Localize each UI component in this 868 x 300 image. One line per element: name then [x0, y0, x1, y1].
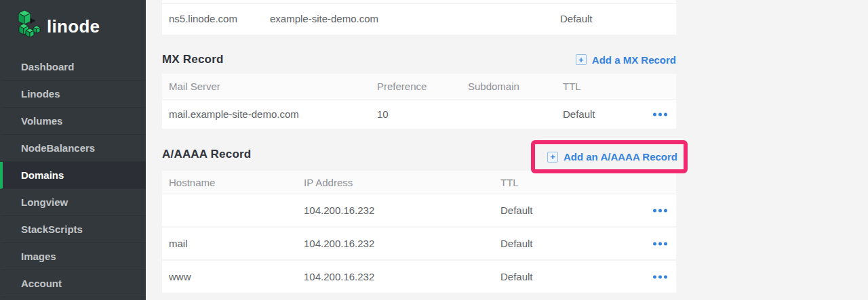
linode-cubes-icon: [18, 9, 41, 43]
logo-wordmark: linode: [47, 18, 100, 35]
sidebar: linode Dashboard Linodes Volumes NodeBal…: [0, 0, 146, 300]
ns-name-server: ns5.linode.com: [169, 3, 237, 35]
mx-table-row: mail.example-site-demo.com 10 Default: [162, 100, 676, 129]
row-actions-menu-icon[interactable]: [653, 272, 667, 281]
aaaa-table-row: www 104.200.16.232 Default: [162, 261, 676, 293]
aaaa-ttl: Default: [500, 228, 533, 259]
mx-record-table: Mail Server Preference Subdomain TTL mai…: [162, 74, 676, 129]
aaaa-hostname: www: [169, 261, 191, 293]
ns-ttl: Default: [560, 3, 593, 35]
mx-section-header: MX Record Add a MX Record: [162, 51, 676, 68]
mx-table-header: Mail Server Preference Subdomain TTL: [162, 74, 676, 100]
sidebar-item-linodes[interactable]: Linodes: [0, 81, 146, 108]
col-subdomain: Subdomain: [468, 74, 519, 100]
col-ttl: TTL: [563, 74, 581, 100]
mx-ttl: Default: [563, 100, 595, 129]
linode-logo[interactable]: linode: [18, 9, 100, 43]
sidebar-item-dashboard[interactable]: Dashboard: [0, 53, 146, 81]
sidebar-item-images[interactable]: Images: [0, 243, 146, 270]
row-divider: [162, 3, 676, 4]
annotation-highlight-box: Add an A/AAAA Record: [531, 140, 688, 173]
aaaa-ip: 104.200.16.232: [304, 261, 374, 293]
sidebar-item-domains[interactable]: Domains: [0, 162, 146, 189]
sidebar-item-nodebalancers[interactable]: NodeBalancers: [0, 135, 146, 162]
plus-icon: [576, 54, 587, 65]
add-aaaa-record-button[interactable]: Add an A/AAAA Record: [547, 151, 677, 163]
aaaa-record-table: Hostname IP Address TTL 104.200.16.232 D…: [162, 171, 676, 293]
col-hostname: Hostname: [169, 171, 215, 194]
col-preference: Preference: [377, 74, 427, 100]
row-actions-menu-icon[interactable]: [653, 239, 667, 248]
aaaa-table-row: 104.200.16.232 Default: [162, 194, 676, 226]
aaaa-table-header: Hostname IP Address TTL: [162, 171, 676, 194]
aaaa-table-row: mail 104.200.16.232 Default: [162, 228, 676, 259]
sidebar-item-account[interactable]: Account: [0, 270, 146, 297]
add-mx-record-button[interactable]: Add a MX Record: [576, 54, 676, 66]
col-ip-address: IP Address: [304, 171, 353, 194]
mx-section-title: MX Record: [162, 53, 224, 66]
domains-page: linode Dashboard Linodes Volumes NodeBal…: [0, 0, 868, 300]
col-ttl: TTL: [500, 171, 519, 194]
ns-record-partial-row: ns5.linode.com example-site-demo.com Def…: [162, 0, 676, 35]
aaaa-ip: 104.200.16.232: [304, 194, 374, 226]
mx-mail-server: mail.example-site-demo.com: [169, 100, 299, 129]
add-aaaa-record-label: Add an A/AAAA Record: [564, 151, 677, 163]
aaaa-section-title: A/AAAA Record: [162, 148, 251, 161]
aaaa-ttl: Default: [500, 261, 533, 293]
aaaa-hostname: mail: [169, 228, 188, 259]
col-mail-server: Mail Server: [169, 74, 220, 100]
sidebar-nav: Dashboard Linodes Volumes NodeBalancers …: [0, 53, 146, 297]
mx-preference: 10: [377, 100, 389, 129]
ns-subdomain: example-site-demo.com: [270, 3, 378, 35]
aaaa-ip: 104.200.16.232: [304, 228, 374, 259]
sidebar-item-longview[interactable]: Longview: [0, 189, 146, 216]
aaaa-ttl: Default: [500, 194, 533, 226]
plus-icon: [547, 152, 558, 163]
sidebar-item-volumes[interactable]: Volumes: [0, 108, 146, 135]
row-actions-menu-icon[interactable]: [653, 110, 667, 119]
sidebar-item-stackscripts[interactable]: StackScripts: [0, 216, 146, 243]
row-actions-menu-icon[interactable]: [653, 206, 667, 215]
add-mx-record-label: Add a MX Record: [592, 54, 676, 66]
